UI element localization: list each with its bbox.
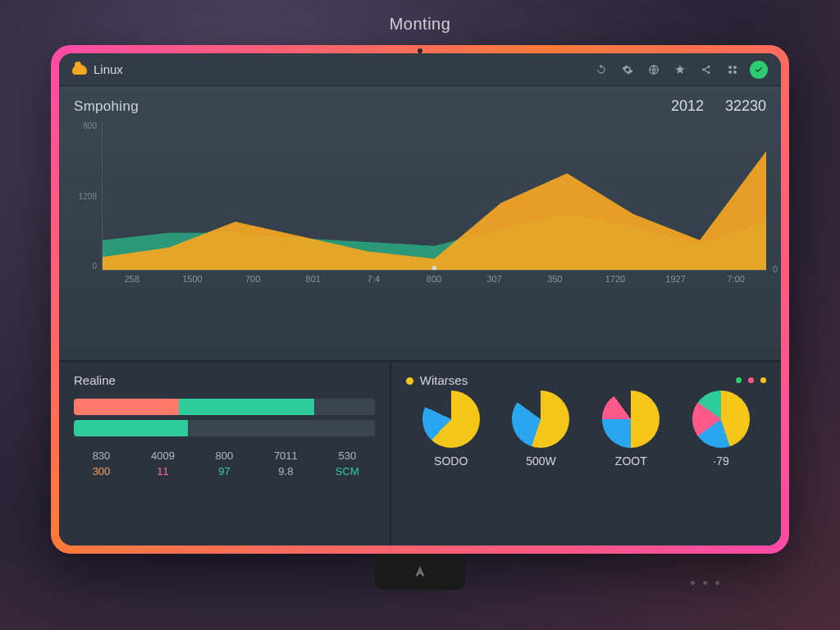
- x-tick: 1927: [646, 274, 706, 294]
- metric-r0-c2: 800: [197, 450, 252, 462]
- chart-stat-b: 32230: [725, 98, 766, 115]
- svg-rect-6: [728, 71, 732, 74]
- x-tick: 7:00: [705, 274, 766, 294]
- metric-r1-c2: 97: [197, 465, 252, 477]
- pie-label: ZOOT: [615, 454, 647, 468]
- realine-title: Realine: [74, 373, 375, 387]
- pie-chart: [422, 390, 480, 448]
- realine-metrics: 8304009800701153030011979.8SCM: [74, 450, 375, 477]
- y-tick: 0: [71, 262, 97, 271]
- pie-label: ·79: [713, 454, 728, 468]
- right-axis-zero: 0: [773, 264, 778, 274]
- svg-rect-5: [733, 66, 737, 69]
- bottom-row: Realine 8304009800701153030011979.8SCM W…: [59, 362, 781, 546]
- bar-segment: [188, 420, 374, 436]
- x-axis-ticks: 25815007008017:4800307350172019277:00: [102, 274, 766, 294]
- cloud-icon: [72, 65, 87, 75]
- brand: Linux: [72, 62, 123, 76]
- star-icon[interactable]: [671, 61, 689, 79]
- x-tick: 1500: [162, 274, 223, 294]
- metric-r1-c4: SCM: [320, 465, 375, 477]
- x-tick: 700: [222, 274, 283, 294]
- bar-segment: [74, 399, 179, 415]
- chart-title: Smpohing: [74, 98, 139, 115]
- screen: Linux Smpohing 2012 32230: [59, 53, 781, 546]
- pie-label: 500W: [526, 454, 556, 468]
- area-plot: [102, 121, 766, 271]
- power-icon[interactable]: [750, 61, 768, 79]
- x-tick: 800: [404, 274, 464, 294]
- main-chart-panel: Smpohing 2012 32230 80012080 0 258150070…: [59, 86, 781, 362]
- window-title: Monting: [390, 15, 451, 34]
- pie-item-3: ·79: [692, 390, 750, 474]
- topbar: Linux: [59, 53, 781, 86]
- x-tick: 307: [464, 274, 525, 294]
- share-icon[interactable]: [697, 61, 715, 79]
- y-tick: 800: [71, 121, 97, 130]
- x-tick: 801: [283, 274, 344, 294]
- brand-label: Linux: [94, 62, 123, 76]
- status-dot: [760, 377, 766, 383]
- pie-chart: [512, 390, 569, 448]
- metric-r0-c3: 7011: [258, 450, 313, 462]
- pie-item-2: ZOOT: [602, 390, 660, 474]
- network-icon[interactable]: [645, 61, 663, 79]
- bar-segment: [314, 399, 374, 415]
- metric-r0-c4: 530: [320, 450, 375, 462]
- chart-stats: 2012 32230: [671, 98, 766, 115]
- pie-chart: [602, 390, 660, 448]
- settings-icon[interactable]: [619, 61, 637, 79]
- pie-item-1: 500W: [512, 390, 569, 474]
- bar-0: [74, 399, 375, 415]
- refresh-icon[interactable]: [592, 61, 610, 79]
- metric-r1-c3: 9.8: [258, 465, 313, 477]
- svg-rect-4: [728, 66, 732, 69]
- bar-segment: [74, 420, 188, 436]
- chart-stat-a: 2012: [671, 98, 704, 115]
- metric-r0-c1: 4009: [135, 450, 190, 462]
- pies-row: SODO500WZOOT·79: [406, 390, 766, 474]
- bar-1: [74, 420, 375, 436]
- monitor-bezel: Linux Smpohing 2012 32230: [51, 45, 789, 554]
- pie-chart: [692, 390, 750, 448]
- status-dots: [736, 377, 766, 383]
- legend-dot-icon: [406, 377, 413, 385]
- svg-rect-7: [733, 71, 737, 74]
- widgets-title: Witarses: [406, 373, 468, 387]
- y-tick: 1208: [71, 192, 97, 201]
- monitor-stand: [375, 554, 465, 590]
- x-tick: 1720: [585, 274, 646, 294]
- x-tick: 258: [102, 274, 162, 294]
- pie-label: SODO: [434, 454, 468, 468]
- stand-logo-icon: [413, 565, 427, 578]
- realine-panel: Realine 8304009800701153030011979.8SCM: [59, 362, 391, 546]
- metric-r1-c0: 300: [74, 465, 129, 477]
- topbar-icons: [592, 61, 768, 79]
- status-dot: [748, 377, 754, 383]
- metric-r1-c1: 11: [135, 465, 190, 477]
- apps-icon[interactable]: [724, 61, 742, 79]
- widgets-panel: Witarses SODO500WZOOT·79: [391, 362, 781, 546]
- chart-body: 80012080 0 25815007008017:48003073501720…: [102, 121, 766, 294]
- realine-bars: [74, 399, 375, 441]
- pie-item-0: SODO: [422, 390, 480, 474]
- metric-r0-c0: 830: [74, 450, 129, 462]
- y-axis-ticks: 80012080: [71, 121, 97, 271]
- widgets-title-label: Witarses: [420, 373, 468, 387]
- x-tick: 7:4: [344, 274, 404, 294]
- x-tick: 350: [524, 274, 585, 294]
- bar-segment: [179, 399, 314, 415]
- status-dot: [736, 377, 742, 383]
